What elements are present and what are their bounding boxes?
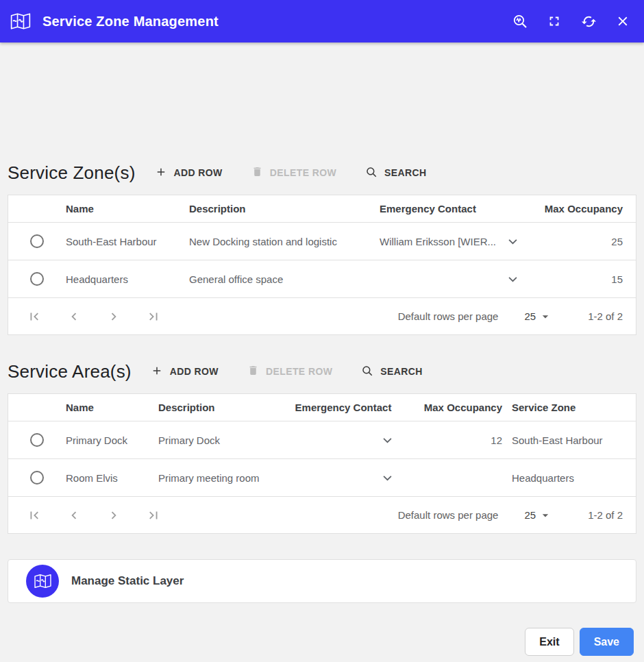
areas-row1-description[interactable]: Primary Dock xyxy=(158,434,285,446)
areas-pagination: Default rows per page 25 1-2 of 2 xyxy=(8,497,636,533)
zones-row2-description[interactable]: General office space xyxy=(189,273,380,285)
rows-per-page-select[interactable]: 25 xyxy=(524,310,552,323)
search-icon xyxy=(365,166,377,180)
zones-row2-name[interactable]: Headquarters xyxy=(66,273,189,285)
zones-search-label: SEARCH xyxy=(384,167,427,178)
zones-row1-description[interactable]: New Docking station and logistic xyxy=(189,236,380,247)
zones-add-row-label: ADD ROW xyxy=(174,167,223,178)
zones-title: Service Zone(s) xyxy=(8,162,136,184)
zones-table-header: Name Description Emergency Contact Max O… xyxy=(8,195,636,223)
refresh-icon[interactable] xyxy=(580,12,597,30)
zones-row2-radio[interactable] xyxy=(30,272,44,286)
table-row: Headquarters General office space 15 xyxy=(8,260,636,298)
areas-col-name: Name xyxy=(66,402,158,413)
zones-row2-max-occupancy[interactable]: 15 xyxy=(527,273,636,285)
prev-page-icon[interactable] xyxy=(66,507,82,524)
table-row: Primary Dock Primary Dock 12 South-East … xyxy=(8,421,636,459)
page-range-label: 1-2 of 2 xyxy=(588,310,623,322)
chevron-down-icon[interactable] xyxy=(507,237,519,246)
areas-add-row-button[interactable]: ADD ROW xyxy=(151,365,219,379)
window-title: Service Zone Management xyxy=(42,14,511,29)
last-page-icon[interactable] xyxy=(145,507,162,524)
areas-add-row-label: ADD ROW xyxy=(170,366,219,377)
areas-search-button[interactable]: SEARCH xyxy=(361,365,423,379)
rows-per-page-label: Default rows per page xyxy=(398,509,499,521)
manage-static-layer-button[interactable]: Manage Static Layer xyxy=(8,559,636,603)
areas-row2-name[interactable]: Room Elvis xyxy=(66,472,158,484)
areas-delete-row-button[interactable]: DELETE ROW xyxy=(247,365,332,378)
rows-per-page-label: Default rows per page xyxy=(398,310,499,322)
chevron-down-icon[interactable] xyxy=(382,436,393,445)
areas-col-description: Description xyxy=(158,402,285,413)
areas-row2-service-zone[interactable]: Headquarters xyxy=(512,472,636,484)
first-page-icon[interactable] xyxy=(26,308,42,325)
search-icon xyxy=(361,365,373,379)
dialog-body: Service Zone(s) ADD ROW DELETE ROW SEARC… xyxy=(0,42,644,656)
chevron-down-icon[interactable] xyxy=(507,275,519,284)
page-range-label: 1-2 of 2 xyxy=(588,509,623,521)
dialog-footer: Exit Save xyxy=(8,628,636,656)
zones-row1-radio[interactable] xyxy=(30,234,44,248)
titlebar-actions xyxy=(511,12,632,30)
areas-title: Service Area(s) xyxy=(8,361,132,382)
exit-button[interactable]: Exit xyxy=(525,628,573,656)
zones-row1-emergency-contact[interactable]: William Eriksson [WIER... xyxy=(380,236,496,247)
areas-section-header: Service Area(s) ADD ROW DELETE ROW SEARC… xyxy=(8,358,636,385)
zones-row1-name[interactable]: South-East Harbour xyxy=(66,236,189,247)
chevron-down-icon[interactable] xyxy=(382,474,393,482)
areas-row1-name[interactable]: Primary Dock xyxy=(66,434,158,446)
save-button[interactable]: Save xyxy=(580,628,634,656)
zones-row1-max-occupancy[interactable]: 25 xyxy=(527,236,636,247)
zones-delete-row-button[interactable]: DELETE ROW xyxy=(251,166,336,180)
first-page-icon[interactable] xyxy=(26,507,42,524)
zones-col-description: Description xyxy=(189,203,380,214)
trash-icon xyxy=(251,166,263,180)
zones-col-max-occupancy: Max Occupancy xyxy=(527,203,636,214)
zones-add-row-button[interactable]: ADD ROW xyxy=(155,166,223,180)
rows-per-page-select[interactable]: 25 xyxy=(524,508,552,522)
plus-icon xyxy=(151,365,163,379)
zones-section-header: Service Zone(s) ADD ROW DELETE ROW SEARC… xyxy=(8,159,636,186)
areas-row1-radio[interactable] xyxy=(30,433,44,447)
manage-static-layer-label: Manage Static Layer xyxy=(71,574,184,588)
plus-icon xyxy=(155,166,167,180)
areas-col-emergency-contact: Emergency Contact xyxy=(285,402,401,413)
areas-row2-radio[interactable] xyxy=(30,471,44,485)
areas-col-service-zone: Service Zone xyxy=(512,402,636,413)
areas-delete-row-label: DELETE ROW xyxy=(266,366,332,377)
title-bar: Service Zone Management xyxy=(0,0,644,42)
fullscreen-icon[interactable] xyxy=(545,12,563,30)
areas-table-header: Name Description Emergency Contact Max O… xyxy=(8,394,636,421)
zones-col-emergency-contact: Emergency Contact xyxy=(380,203,527,214)
next-page-icon[interactable] xyxy=(106,308,122,325)
close-icon[interactable] xyxy=(614,12,632,30)
table-row: South-East Harbour New Docking station a… xyxy=(8,223,636,260)
last-page-icon[interactable] xyxy=(145,308,162,325)
zones-col-name: Name xyxy=(66,203,189,214)
next-page-icon[interactable] xyxy=(106,507,122,524)
arrow-drop-down-icon xyxy=(538,508,552,522)
map-icon xyxy=(10,11,33,32)
prev-page-icon[interactable] xyxy=(66,308,82,325)
map-icon xyxy=(26,565,59,598)
zones-table: Name Description Emergency Contact Max O… xyxy=(8,195,636,335)
search-stats-icon[interactable] xyxy=(511,12,529,30)
areas-table: Name Description Emergency Contact Max O… xyxy=(8,393,636,534)
zones-delete-row-label: DELETE ROW xyxy=(270,167,336,178)
zones-pagination: Default rows per page 25 1-2 of 2 xyxy=(8,298,636,334)
arrow-drop-down-icon xyxy=(538,310,552,323)
zones-search-button[interactable]: SEARCH xyxy=(365,166,427,180)
areas-row1-max-occupancy[interactable]: 12 xyxy=(401,434,512,446)
areas-search-label: SEARCH xyxy=(380,366,423,377)
trash-icon xyxy=(247,365,259,378)
table-row: Room Elvis Primary meeting room Headquar… xyxy=(8,459,636,497)
areas-row2-description[interactable]: Primary meeting room xyxy=(158,472,285,484)
areas-row1-service-zone[interactable]: South-East Harbour xyxy=(512,434,636,446)
areas-col-max-occupancy: Max Occupancy xyxy=(401,402,512,413)
